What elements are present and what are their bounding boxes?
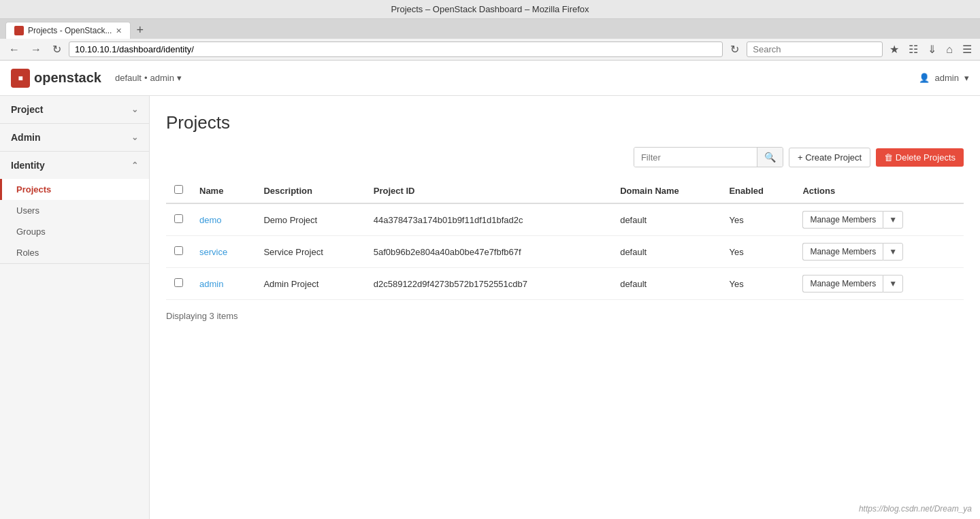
row-project-id-0: 44a378473a174b01b9f11df1d1bfad2c [365, 203, 612, 236]
actions-dropdown-button-1[interactable]: ▼ [883, 243, 903, 261]
breadcrumb-user[interactable]: admin ▾ [150, 73, 182, 83]
header-project-id: Project ID [365, 178, 612, 203]
sidebar: Project ⌄ Admin ⌄ Identity ⌃ Projects Us… [0, 96, 150, 519]
breadcrumb-chevron-icon: ▾ [177, 73, 182, 83]
tab-label: Projects - OpenStack... [28, 26, 112, 35]
row-enabled-0: Yes [721, 203, 794, 236]
table-header-row: Name Description Project ID Domain Name … [166, 178, 964, 203]
row-checkbox-cell [166, 268, 191, 300]
row-description-2: Admin Project [255, 268, 365, 300]
row-checkbox-1[interactable] [174, 246, 183, 255]
menu-icon[interactable]: ☰ [960, 41, 975, 57]
row-actions-0: Manage Members ▼ [794, 203, 964, 236]
titlebar-text: Projects – OpenStack Dashboard – Mozilla… [391, 4, 589, 14]
filter-search-button[interactable]: 🔍 [757, 148, 783, 167]
row-checkbox-cell [166, 236, 191, 268]
row-checkbox-cell [166, 203, 191, 236]
row-domain-name-2: default [612, 268, 721, 300]
row-description-0: Demo Project [255, 203, 365, 236]
trash-icon: 🗑 [884, 152, 896, 163]
row-actions-2: Manage Members ▼ [794, 268, 964, 300]
project-link-demo[interactable]: demo [199, 215, 222, 225]
breadcrumb: default • admin ▾ [115, 73, 182, 83]
tab-close-button[interactable]: ✕ [116, 27, 122, 35]
actions-dropdown-button-2[interactable]: ▼ [883, 275, 903, 292]
sidebar-project-label: Project [11, 104, 43, 115]
create-project-button[interactable]: + Create Project [789, 148, 870, 167]
app-layout: Project ⌄ Admin ⌄ Identity ⌃ Projects Us… [0, 96, 980, 519]
row-description-1: Service Project [255, 236, 365, 268]
admin-chevron-down-icon: ⌄ [131, 133, 138, 142]
sidebar-item-users[interactable]: Users [0, 200, 149, 221]
row-actions-1: Manage Members ▼ [794, 236, 964, 268]
forward-button[interactable]: → [27, 42, 45, 57]
new-tab-button[interactable]: + [133, 23, 146, 37]
header-description: Description [255, 178, 365, 203]
browser-tab-active[interactable]: Projects - OpenStack... ✕ [5, 22, 131, 39]
admin-chevron-icon: ▾ [964, 73, 969, 83]
sidebar-section-admin-header[interactable]: Admin ⌄ [0, 124, 149, 151]
header-enabled: Enabled [721, 178, 794, 203]
sidebar-section-project: Project ⌄ [0, 96, 149, 124]
actions-dropdown-button-0[interactable]: ▼ [883, 211, 903, 229]
row-project-id-1: 5af0b96b2e804a40ab0be47e7fbfb67f [365, 236, 612, 268]
manage-members-button-2[interactable]: Manage Members [802, 275, 883, 292]
sidebar-section-admin: Admin ⌄ [0, 124, 149, 152]
project-chevron-icon: ⌄ [131, 105, 138, 114]
row-domain-name-0: default [612, 203, 721, 236]
row-enabled-1: Yes [721, 236, 794, 268]
row-enabled-2: Yes [721, 268, 794, 300]
table-row: demo Demo Project 44a378473a174b01b9f11d… [166, 203, 964, 236]
row-checkbox-2[interactable] [174, 278, 183, 287]
refresh-button[interactable]: ↻ [49, 41, 65, 57]
back-button[interactable]: ← [5, 42, 23, 57]
browser-titlebar: Projects – OpenStack Dashboard – Mozilla… [0, 0, 980, 19]
table-row: service Service Project 5af0b96b2e804a40… [166, 236, 964, 268]
home-icon[interactable]: ⌂ [943, 42, 956, 57]
breadcrumb-separator: • [144, 73, 148, 83]
bookmark-star-icon[interactable]: ★ [887, 41, 902, 57]
browser-navbar: ← → ↻ ↻ ★ ☷ ⇓ ⌂ ☰ [0, 39, 980, 61]
manage-members-button-1[interactable]: Manage Members [802, 243, 883, 261]
project-link-service[interactable]: service [199, 247, 227, 257]
delete-projects-button[interactable]: 🗑 Delete Projects [876, 148, 964, 167]
table-row: admin Admin Project d2c589122d9f4273b572… [166, 268, 964, 300]
logo-text: openstack [34, 70, 101, 86]
breadcrumb-domain: default [115, 73, 142, 83]
reload-button[interactable]: ↻ [727, 41, 742, 57]
row-name-0: demo [191, 203, 255, 236]
row-name-1: service [191, 236, 255, 268]
logo-icon: ■ [11, 69, 30, 88]
sidebar-section-project-header[interactable]: Project ⌄ [0, 96, 149, 123]
admin-user-label[interactable]: admin [935, 73, 959, 83]
sidebar-section-identity-header[interactable]: Identity ⌃ [0, 152, 149, 179]
user-icon: 👤 [919, 73, 930, 83]
tab-favicon [14, 26, 24, 35]
sidebar-admin-label: Admin [11, 132, 41, 143]
row-name-2: admin [191, 268, 255, 300]
sidebar-item-projects[interactable]: Projects [0, 179, 149, 200]
browser-search-input[interactable] [747, 41, 883, 57]
page-title: Projects [166, 112, 964, 133]
main-content: Projects 🔍 + Create Project 🗑 Delete Pro… [150, 96, 980, 519]
watermark: https://blog.csdn.net/Dream_ya [859, 504, 972, 514]
header-checkbox-cell [166, 178, 191, 203]
row-checkbox-0[interactable] [174, 214, 183, 223]
project-link-admin[interactable]: admin [199, 279, 223, 289]
header-name: Name [191, 178, 255, 203]
select-all-checkbox[interactable] [174, 185, 183, 194]
address-bar[interactable] [69, 41, 723, 57]
app-header: ■ openstack default • admin ▾ 👤 admin ▾ [0, 61, 980, 96]
download-icon[interactable]: ⇓ [925, 41, 939, 57]
row-project-id-2: d2c589122d9f4273b572b1752551cdb7 [365, 268, 612, 300]
header-right: 👤 admin ▾ [919, 73, 969, 83]
sidebar-section-identity: Identity ⌃ Projects Users Groups Roles [0, 152, 149, 264]
filter-input[interactable] [634, 148, 757, 167]
browser-tabbar: Projects - OpenStack... ✕ + [0, 19, 980, 39]
reading-list-icon[interactable]: ☷ [906, 41, 921, 57]
toolbar: 🔍 + Create Project 🗑 Delete Projects [166, 147, 964, 167]
sidebar-item-groups[interactable]: Groups [0, 221, 149, 242]
manage-members-button-0[interactable]: Manage Members [802, 211, 883, 229]
sidebar-item-roles[interactable]: Roles [0, 242, 149, 263]
projects-table: Name Description Project ID Domain Name … [166, 178, 964, 300]
